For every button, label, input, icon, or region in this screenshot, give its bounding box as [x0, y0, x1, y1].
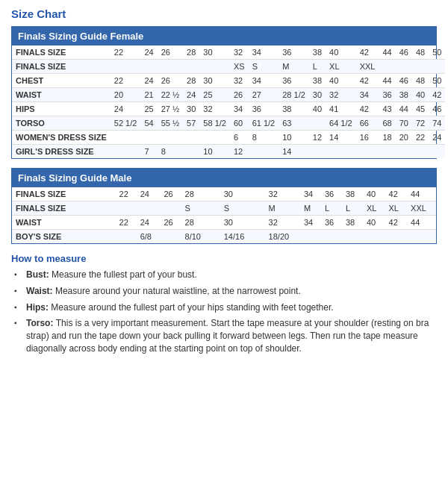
table-cell: 42 — [356, 102, 379, 116]
table-cell: 24 — [137, 216, 161, 230]
table-cell: XL — [326, 60, 356, 74]
list-item: Hips: Measure around the fullest part of… — [14, 301, 437, 314]
female-section: Finals Sizing Guide Female FINALS SIZE22… — [11, 26, 437, 159]
table-cell: 40 — [326, 74, 356, 88]
table-cell: 16 — [356, 131, 379, 145]
row-label: HIPS — [12, 102, 111, 116]
table-cell: 18/20 — [265, 230, 300, 244]
table-cell — [300, 230, 321, 244]
table-cell — [255, 187, 265, 201]
table-cell — [249, 145, 279, 159]
table-cell: 34 — [356, 88, 379, 102]
table-cell: 12 — [309, 131, 326, 145]
table-cell — [211, 216, 220, 230]
table-cell: 38 — [342, 187, 363, 201]
table-cell: 32 — [230, 46, 249, 60]
table-cell: 8 — [249, 131, 279, 145]
table-cell: 10 — [279, 131, 309, 145]
table-cell: 46 — [429, 102, 445, 116]
table-cell — [211, 201, 220, 216]
table-cell — [111, 145, 141, 159]
table-cell: S — [220, 201, 255, 216]
table-cell: 40 — [412, 88, 429, 102]
table-cell — [342, 230, 363, 244]
table-cell: 42 — [385, 216, 408, 230]
table-cell: 46 — [396, 74, 412, 88]
table-cell: 25 — [140, 102, 157, 116]
table-cell: 20 — [111, 88, 141, 102]
table-cell: 14/16 — [220, 230, 255, 244]
term-label: Bust: — [26, 269, 52, 280]
table-cell: 44 — [379, 46, 395, 60]
table-cell: 38 — [396, 88, 412, 102]
table-cell: 27 — [249, 88, 279, 102]
table-cell: 8 — [158, 145, 183, 159]
row-label: FINALS SIZE — [12, 60, 111, 74]
table-cell — [363, 230, 385, 244]
table-row: FINALS SIZEXSSMLXLXXL — [12, 60, 445, 74]
table-cell: 48 — [412, 46, 429, 60]
table-cell: 32 — [265, 187, 300, 201]
row-label: WOMEN'S DRESS SIZE — [12, 131, 111, 145]
table-cell: 38 — [309, 46, 326, 60]
table-row: TORSO52 1/25455 ½5758 1/26061 1/26364 1/… — [12, 116, 445, 131]
table-cell: 46 — [396, 46, 412, 60]
table-cell: M — [265, 201, 300, 216]
page-title: Size Chart — [11, 7, 437, 20]
table-cell: 30 — [309, 88, 326, 102]
table-row: CHEST222426283032343638404244464850 — [12, 74, 445, 88]
table-cell — [158, 60, 183, 74]
table-cell — [309, 116, 326, 131]
table-cell: 44 — [396, 102, 412, 116]
term-label: Torso: — [26, 318, 56, 328]
table-cell: 7 — [140, 145, 157, 159]
table-cell: 21 — [140, 88, 157, 102]
table-cell — [111, 131, 141, 145]
table-cell: 45 — [412, 102, 429, 116]
table-cell: 36 — [321, 187, 342, 201]
table-row: WOMEN'S DRESS SIZE681012141618202224 — [12, 131, 445, 145]
table-cell: 22 — [412, 131, 429, 145]
table-cell: S — [181, 201, 211, 216]
table-cell — [396, 60, 412, 74]
table-cell: 28 — [183, 46, 199, 60]
table-cell — [116, 201, 137, 216]
table-cell: 24 — [140, 46, 157, 60]
table-cell: 30 — [220, 216, 255, 230]
table-cell — [309, 145, 326, 159]
table-cell: 26 — [158, 74, 183, 88]
table-cell: 44 — [407, 216, 436, 230]
table-cell: XXL — [356, 60, 379, 74]
table-row: WAIST222426283032343638404244 — [12, 216, 436, 230]
table-cell: 42 — [385, 187, 408, 201]
table-cell: 34 — [300, 187, 321, 201]
row-label: FINALS SIZE — [12, 201, 116, 216]
male-table: FINALS SIZE222426283032343638404244FINAL… — [12, 187, 436, 243]
table-cell: 30 — [199, 46, 230, 60]
table-cell — [429, 145, 445, 159]
table-cell — [199, 60, 230, 74]
table-cell — [255, 201, 265, 216]
row-label: WAIST — [12, 88, 111, 102]
row-label: TORSO — [12, 116, 111, 131]
table-cell: 26 — [158, 46, 183, 60]
table-cell: 20 — [396, 131, 412, 145]
table-cell — [140, 60, 157, 74]
table-cell: 28 1/2 — [279, 88, 309, 102]
table-row: GIRL'S DRESS SIZE78101214 — [12, 145, 445, 159]
row-label: CHEST — [12, 74, 111, 88]
table-cell: 14 — [279, 145, 309, 159]
table-cell: 55 ½ — [158, 116, 183, 131]
table-cell: L — [321, 201, 342, 216]
table-cell — [412, 145, 429, 159]
table-cell: 24 — [137, 187, 161, 201]
table-cell: 34 — [249, 74, 279, 88]
table-row: FINALS SIZE222426283032343638404244 — [12, 187, 436, 201]
table-cell: 40 — [363, 187, 385, 201]
table-cell: 32 — [230, 74, 249, 88]
table-cell: M — [279, 60, 309, 74]
table-cell: 34 — [249, 46, 279, 60]
table-cell — [183, 131, 199, 145]
table-cell — [199, 131, 230, 145]
table-cell — [111, 60, 141, 74]
